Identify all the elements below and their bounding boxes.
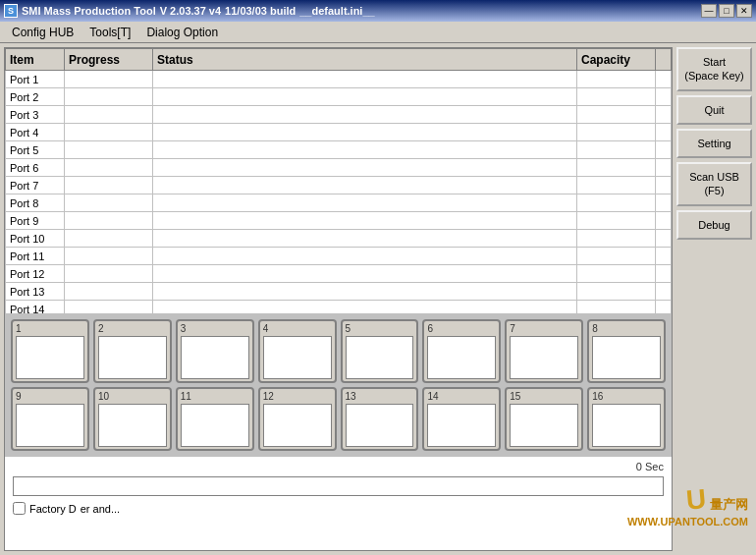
cell-status: [153, 301, 577, 314]
cell-status: [153, 124, 577, 141]
menu-tools[interactable]: Tools[T]: [81, 24, 138, 41]
port-panel-14[interactable]: 14: [422, 387, 501, 451]
table-row: Port 12: [6, 265, 672, 283]
cell-capacity: [577, 124, 656, 141]
port-panel-5[interactable]: 5: [341, 319, 419, 383]
port-panel-num-2: 2: [98, 323, 104, 334]
cell-spacer: [656, 283, 672, 301]
cell-spacer: [656, 159, 672, 177]
table-row: Port 6: [6, 159, 672, 177]
col-header-spacer: [656, 49, 672, 71]
debug-button[interactable]: Debug: [676, 210, 752, 240]
port-panel-13[interactable]: 13: [341, 387, 419, 451]
minimize-button[interactable]: —: [701, 4, 717, 18]
port-panel-16[interactable]: 16: [587, 387, 666, 451]
port-panel-15[interactable]: 15: [505, 387, 583, 451]
cell-spacer: [656, 248, 672, 265]
app-icon: S: [4, 4, 18, 18]
port-panel-inner-16: [592, 404, 661, 447]
port-panel-num-15: 15: [510, 391, 520, 402]
port-panel-num-3: 3: [181, 323, 187, 334]
table-row: Port 2: [6, 88, 672, 106]
maximize-button[interactable]: □: [719, 4, 734, 18]
port-panel-2[interactable]: 2: [93, 319, 172, 383]
cell-item: Port 6: [6, 159, 65, 177]
cell-item: Port 10: [6, 230, 65, 248]
col-header-status: Status: [153, 49, 577, 71]
port-panel-num-10: 10: [98, 391, 109, 402]
cell-spacer: [656, 265, 672, 283]
cell-spacer: [656, 177, 672, 194]
port-panel-num-5: 5: [346, 323, 351, 334]
scan-usb-button[interactable]: Scan USB(F5): [676, 162, 752, 206]
cell-capacity: [577, 159, 656, 177]
setting-button[interactable]: Setting: [676, 129, 752, 158]
factory-row: Factory D er and...: [9, 500, 668, 517]
port-panel-inner-1: [16, 336, 84, 379]
menu-dialog-option[interactable]: Dialog Option: [138, 24, 226, 41]
table-row: Port 3: [6, 106, 672, 124]
cell-status: [153, 248, 577, 265]
port-panel-num-9: 9: [16, 391, 22, 402]
col-header-progress: Progress: [65, 49, 153, 71]
cell-item: Port 8: [6, 194, 65, 212]
cell-item: Port 9: [6, 212, 65, 230]
port-panel-9[interactable]: 9: [11, 387, 89, 451]
table-row: Port 4: [6, 124, 672, 141]
cell-spacer: [656, 106, 672, 124]
watermark-url: WWW.UPANTOOL.COM: [627, 516, 748, 527]
menu-config-hub[interactable]: Config HUB: [4, 24, 81, 41]
port-panel-6[interactable]: 6: [422, 319, 501, 383]
right-panel: Start(Space Key) Quit Setting Scan USB(F…: [673, 43, 756, 555]
cell-capacity: [577, 265, 656, 283]
table-scroll[interactable]: Item Progress Status Capacity Port 1 Por…: [5, 48, 672, 313]
port-panel-12[interactable]: 12: [258, 387, 337, 451]
table-row: Port 9: [6, 212, 672, 230]
port-panel-4[interactable]: 4: [258, 319, 337, 383]
port-panel-inner-11: [181, 404, 249, 447]
port-panel-1[interactable]: 1: [11, 319, 89, 383]
start-button[interactable]: Start(Space Key): [676, 47, 752, 91]
port-panel-inner-6: [427, 336, 496, 379]
cell-status: [153, 88, 577, 106]
port-panel-10[interactable]: 10: [93, 387, 172, 451]
cell-capacity: [577, 212, 656, 230]
port-panel-inner-8: [592, 336, 661, 379]
quit-button[interactable]: Quit: [676, 95, 752, 125]
port-panel-num-14: 14: [427, 391, 438, 402]
cell-status: [153, 106, 577, 124]
cell-item: Port 12: [6, 265, 65, 283]
port-panel-num-12: 12: [263, 391, 274, 402]
cell-capacity: [577, 71, 656, 88]
cell-capacity: [577, 301, 656, 314]
cell-status: [153, 230, 577, 248]
cell-status: [153, 265, 577, 283]
cell-status: [153, 141, 577, 159]
cell-progress: [65, 194, 153, 212]
port-panel-8[interactable]: 8: [587, 319, 666, 383]
port-panels: 1 2 3 4 5 6 7 8 9 10: [5, 313, 672, 457]
factory-extra: er and...: [81, 503, 120, 515]
title-bar-left: S SMI Mass Production Tool V 2.03.37 v4 …: [4, 4, 375, 18]
port-panel-inner-5: [346, 336, 414, 379]
port-panel-3[interactable]: 3: [176, 319, 254, 383]
menu-bar: Config HUB Tools[T] Dialog Option: [0, 22, 756, 43]
cell-progress: [65, 212, 153, 230]
cell-progress: [65, 106, 153, 124]
port-panel-7[interactable]: 7: [505, 319, 583, 383]
cell-progress: [65, 248, 153, 265]
cell-capacity: [577, 88, 656, 106]
app-version: V 2.03.37 v4: [160, 5, 221, 17]
port-panel-num-1: 1: [16, 323, 22, 334]
cell-progress: [65, 141, 153, 159]
table-row: Port 11: [6, 248, 672, 265]
port-panel-num-6: 6: [427, 323, 433, 334]
table-row: Port 10: [6, 230, 672, 248]
close-button[interactable]: ✕: [736, 4, 752, 18]
port-panel-num-13: 13: [346, 391, 356, 402]
factory-checkbox[interactable]: [13, 502, 26, 515]
title-bar: S SMI Mass Production Tool V 2.03.37 v4 …: [0, 0, 756, 22]
cell-progress: [65, 177, 153, 194]
port-panel-11[interactable]: 11: [176, 387, 254, 451]
cell-item: Port 2: [6, 88, 65, 106]
